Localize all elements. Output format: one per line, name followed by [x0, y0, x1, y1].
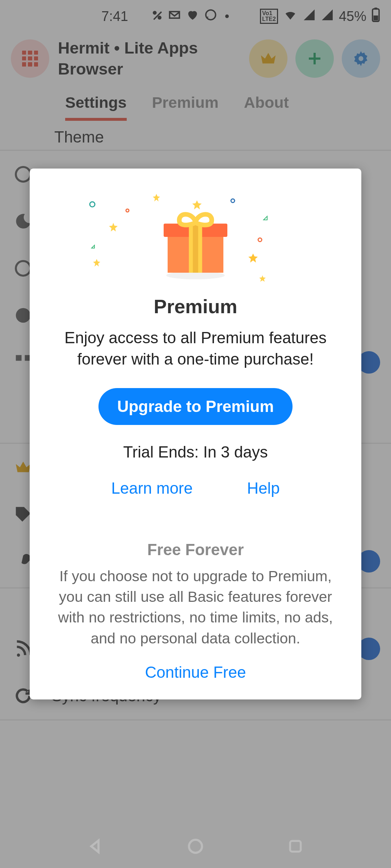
svg-point-14 — [126, 209, 129, 212]
svg-point-16 — [258, 238, 262, 242]
svg-point-22 — [189, 840, 202, 853]
premium-modal: Premium Enjoy access to all Premium feat… — [30, 169, 361, 699]
modal-overlay[interactable]: Premium Enjoy access to all Premium feat… — [0, 0, 391, 868]
continue-free-link[interactable]: Continue Free — [46, 663, 345, 681]
upgrade-button[interactable]: Upgrade to Premium — [98, 388, 293, 425]
free-forever-title: Free Forever — [46, 541, 345, 559]
gift-illustration — [46, 190, 345, 292]
back-button[interactable] — [85, 836, 106, 856]
svg-rect-23 — [290, 841, 300, 851]
help-link[interactable]: Help — [247, 479, 280, 497]
learn-more-link[interactable]: Learn more — [111, 479, 193, 497]
svg-rect-21 — [193, 224, 198, 273]
modal-subtitle: Enjoy access to all Premium features for… — [46, 327, 345, 370]
free-forever-body: If you choose not to upgrade to Premium,… — [46, 566, 345, 649]
system-nav-bar — [0, 825, 391, 868]
recents-button[interactable] — [285, 836, 306, 856]
modal-title: Premium — [46, 295, 345, 318]
home-button[interactable] — [185, 836, 206, 856]
trial-text: Trial Ends: In 3 days — [46, 443, 345, 461]
svg-point-15 — [231, 199, 235, 203]
svg-point-13 — [90, 202, 95, 207]
